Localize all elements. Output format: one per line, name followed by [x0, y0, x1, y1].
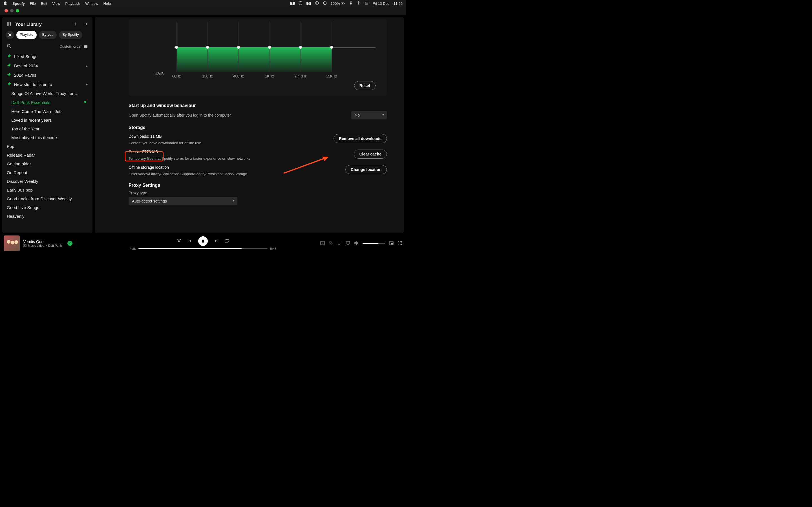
menubar-date[interactable]: Fri 13 Dec: [372, 1, 389, 6]
window-zoom-button[interactable]: [16, 9, 19, 12]
sidebar-item[interactable]: Most played this decade: [6, 133, 89, 142]
track-title[interactable]: Veridis Quo: [23, 239, 62, 244]
sidebar-item[interactable]: Daft Punk Essentials: [6, 98, 89, 107]
miniplayer-button[interactable]: [389, 241, 394, 246]
sidebar-item[interactable]: Release Radar: [6, 151, 89, 159]
sidebar-item[interactable]: Liked Songs: [6, 52, 89, 61]
sidebar-item[interactable]: Good tracks from Discover Weekly: [6, 194, 89, 203]
sidebar-item[interactable]: New stuff to listen to▾: [6, 80, 89, 89]
sidebar-item[interactable]: Loved in recent years: [6, 116, 89, 124]
filter-playlists-chip[interactable]: Playlists: [16, 31, 37, 39]
sidebar-item[interactable]: Early 80s pop: [6, 186, 89, 194]
proxy-type-label: Proxy type: [129, 191, 387, 195]
play-pause-button[interactable]: [198, 236, 208, 246]
next-button[interactable]: [214, 238, 218, 244]
search-library-button[interactable]: [7, 44, 11, 49]
window-minimize-button[interactable]: [10, 9, 13, 12]
sidebar-item[interactable]: Here Come The Warm Jets: [6, 107, 89, 116]
startup-select[interactable]: No: [351, 111, 387, 119]
battery-status[interactable]: 100%: [331, 1, 345, 6]
sidebar-item[interactable]: Getting older: [6, 159, 89, 168]
menubar-app-s-icon[interactable]: S: [290, 2, 294, 5]
pin-icon: [7, 72, 11, 78]
sidebar-item-label: Top of the Year: [11, 126, 40, 131]
eq-freq-label: 400Hz: [233, 74, 244, 78]
app-menu[interactable]: Spotify: [12, 1, 25, 6]
menubar-app-b-icon[interactable]: B: [306, 2, 311, 5]
sidebar-item-label: 2024 Faves: [14, 73, 36, 77]
clear-cache-button[interactable]: Clear cache: [354, 150, 387, 159]
volume-button[interactable]: [354, 241, 359, 246]
repeat-button[interactable]: [225, 238, 229, 244]
sidebar-item[interactable]: Discover Weekly: [6, 177, 89, 186]
sidebar-item[interactable]: Pop: [6, 142, 89, 151]
sidebar-item-label: Good tracks from Discover Weekly: [7, 196, 72, 201]
circle-icon[interactable]: [323, 1, 327, 6]
window-close-button[interactable]: [4, 9, 8, 12]
create-playlist-button[interactable]: [73, 21, 78, 27]
volume-slider[interactable]: [363, 243, 385, 244]
track-subtitle-type: Music video: [28, 244, 44, 247]
sidebar-item[interactable]: Best of 2024▸: [6, 61, 89, 70]
downloads-label: Downloads:: [129, 134, 149, 138]
pin-icon: [7, 54, 11, 59]
shield-icon[interactable]: [299, 1, 303, 6]
library-title: Your Library: [15, 22, 42, 27]
menu-playback[interactable]: Playback: [65, 1, 80, 6]
pin-icon: [7, 63, 11, 68]
show-more-button[interactable]: [83, 21, 88, 27]
bluetooth-icon[interactable]: [349, 1, 353, 6]
filter-byyou-chip[interactable]: By you: [39, 31, 57, 39]
offline-location-path: /Users/andy/Library/Application Support/…: [129, 171, 345, 177]
menu-edit[interactable]: Edit: [41, 1, 47, 6]
elapsed-time: 4:36: [130, 247, 136, 250]
connect-device-button[interactable]: [346, 241, 350, 246]
previous-button[interactable]: [188, 238, 192, 244]
sidebar-item[interactable]: Heavenly: [6, 212, 89, 221]
eq-band-handle[interactable]: [299, 46, 302, 49]
remove-downloads-button[interactable]: Remove all downloads: [334, 134, 387, 143]
queue-button[interactable]: [337, 241, 342, 246]
sidebar-item[interactable]: 2024 Faves: [6, 70, 89, 80]
menu-view[interactable]: View: [52, 1, 60, 6]
eq-band-handle[interactable]: [330, 46, 333, 49]
play-circle-icon[interactable]: [315, 1, 319, 6]
sidebar-item[interactable]: Good Live Songs: [6, 203, 89, 212]
startup-section: Start-up and window behaviour Open Spoti…: [129, 103, 387, 119]
wifi-icon[interactable]: [357, 1, 361, 6]
startup-heading: Start-up and window behaviour: [129, 103, 387, 108]
change-location-button[interactable]: Change location: [345, 165, 387, 174]
filter-byspotify-chip[interactable]: By Spotify: [59, 31, 82, 39]
now-playing-view-button[interactable]: [320, 241, 325, 246]
sidebar-item-label: Early 80s pop: [7, 187, 33, 192]
eq-band-handle[interactable]: [206, 46, 209, 49]
menu-help[interactable]: Help: [103, 1, 111, 6]
saved-check-icon[interactable]: ✓: [67, 241, 72, 246]
library-icon[interactable]: [7, 21, 12, 27]
fullscreen-button[interactable]: [398, 241, 402, 246]
clear-filter-button[interactable]: [6, 31, 14, 39]
eq-band-handle[interactable]: [175, 46, 178, 49]
eq-band-handle[interactable]: [237, 46, 240, 49]
sort-order-button[interactable]: Custom order: [59, 44, 88, 49]
chevron-right-icon: ▸: [86, 63, 88, 68]
cache-value: 5773 MB: [142, 150, 158, 154]
track-artist[interactable]: Daft Punk: [48, 244, 62, 247]
sidebar-item-label: Daft Punk Essentials: [11, 100, 50, 105]
shuffle-button[interactable]: [177, 238, 181, 244]
control-center-icon[interactable]: [364, 1, 368, 6]
menubar-time[interactable]: 11:55: [393, 1, 403, 6]
eq-band-handle[interactable]: [268, 46, 271, 49]
sidebar-item[interactable]: Top of the Year: [6, 124, 89, 133]
eq-reset-button[interactable]: Reset: [354, 81, 375, 90]
album-art[interactable]: [4, 235, 20, 251]
seek-slider[interactable]: [139, 248, 267, 249]
proxy-type-select[interactable]: Auto-detect settings: [129, 197, 238, 205]
sidebar-item-label: New stuff to listen to: [14, 82, 52, 87]
menu-window[interactable]: Window: [85, 1, 98, 6]
sidebar-item[interactable]: On Repeat: [6, 168, 89, 177]
lyrics-button[interactable]: [329, 241, 333, 246]
sidebar-item[interactable]: Songs Of A Live World: Troxy Lon…: [6, 89, 89, 98]
apple-menu-icon[interactable]: [3, 1, 7, 6]
menu-file[interactable]: File: [30, 1, 36, 6]
